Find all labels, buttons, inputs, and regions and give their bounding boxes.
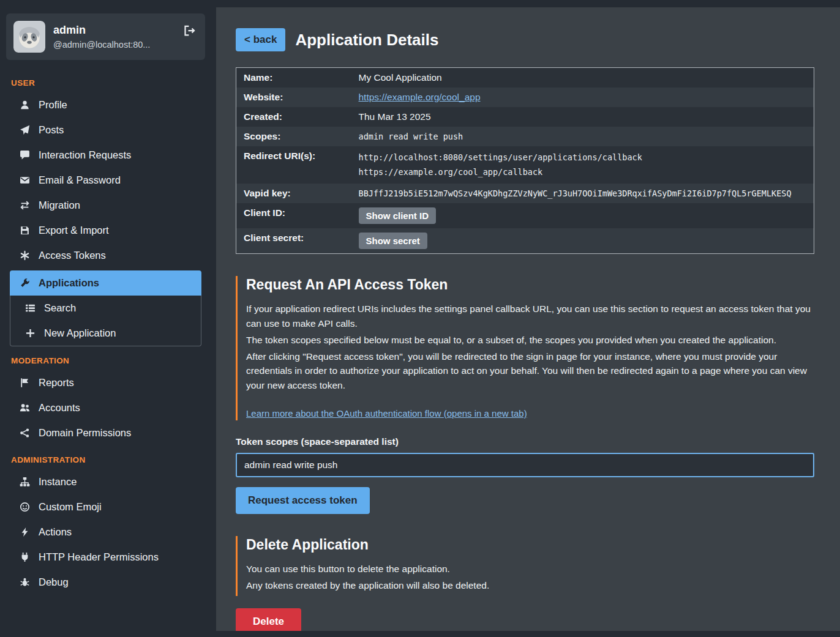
vapid-key-label: Vapid key: [236,184,354,203]
sidebar-item-email-password[interactable]: Email & Password [0,168,211,193]
plus-icon [24,328,36,338]
section-label-moderation: MODERATION [0,346,211,370]
token-scopes-label: Token scopes (space-separated list) [236,436,814,447]
request-token-paragraph: The token scopes specified below must be… [246,333,814,347]
profile-icon [18,100,31,110]
delete-application-section-head: Delete Application You can use this butt… [236,536,814,597]
delete-application-button[interactable]: Delete [236,608,301,631]
share-nodes-icon [18,428,31,438]
section-label-administration: ADMINISTRATION [0,445,211,469]
sloth-avatar-image [13,21,45,53]
page-header: < back Application Details [236,28,814,51]
sidebar-item-applications-search[interactable]: Search [10,296,201,321]
sidebar-item-label: Access Tokens [39,250,106,261]
logout-icon [183,24,195,37]
sidebar-item-access-tokens[interactable]: Access Tokens [0,243,211,268]
users-icon [18,403,31,413]
sidebar: admin @admin@localhost:80... USER Profil… [0,0,211,637]
created-value: Thu Mar 13 2025 [354,107,814,127]
sidebar-item-label: Search [44,302,76,314]
section-label-user: USER [0,69,211,92]
token-scopes-form: Token scopes (space-separated list) Requ… [236,436,814,514]
scopes-label: Scopes: [236,127,354,146]
back-button[interactable]: < back [236,28,285,51]
delete-application-paragraph: Any tokens created by the application wi… [246,578,814,592]
vapid-key-value: BBJffJ219b5iE512m7wQSzv4KgKDhgZZVzNyWC_r… [354,184,814,203]
request-access-token-button[interactable]: Request access token [236,487,370,514]
logout-button[interactable] [182,23,197,38]
envelope-icon [18,175,31,185]
table-row-scopes: Scopes: admin read write push [236,127,814,146]
redirect-uris-label: Redirect URI(s): [236,146,354,184]
sidebar-item-label: Custom Emoji [39,501,102,513]
table-row-client-id: Client ID: Show client ID [236,203,814,228]
sidebar-item-accounts[interactable]: Accounts [0,395,211,420]
sidebar-item-interaction-requests[interactable]: Interaction Requests [0,143,211,168]
website-label: Website: [236,88,354,107]
sidebar-item-new-application[interactable]: New Application [10,321,201,346]
sidebar-item-applications[interactable]: Applications [10,270,201,296]
sidebar-item-custom-emoji[interactable]: Custom Emoji [0,494,211,520]
sidebar-item-posts[interactable]: Posts [0,117,211,143]
sidebar-item-label: Export & Import [39,225,109,236]
sidebar-item-http-header-permissions[interactable]: HTTP Header Permissions [0,545,211,570]
table-row-redirect-uris: Redirect URI(s): http://localhost:8080/s… [236,146,814,184]
sidebar-item-label: Accounts [39,402,80,414]
sidebar-item-label: New Application [44,327,116,339]
bug-icon [18,577,31,587]
page-title: Application Details [295,31,438,50]
website-link[interactable]: https://example.org/cool_app [359,92,481,102]
request-token-title: Request An API Access Token [246,277,814,293]
flag-icon [18,378,31,388]
smiley-icon [18,502,31,512]
redirect-uri-value: https://example.org/cool_app/callback [359,165,809,180]
sidebar-item-label: Email & Password [39,174,121,186]
plug-icon [18,552,31,562]
paper-plane-icon [18,125,31,135]
application-details-table: Name: My Cool Application Website: https… [236,67,814,254]
request-token-section: Request An API Access Token If your appl… [236,276,814,514]
sidebar-item-reports[interactable]: Reports [0,370,211,395]
redirect-uri-value: http://localhost:8080/settings/user/appl… [359,151,809,165]
applications-submenu: Search New Application [10,296,201,346]
sidebar-item-actions[interactable]: Actions [0,520,211,545]
sidebar-item-instance[interactable]: Instance [0,469,211,494]
sidebar-item-migration[interactable]: Migration [0,193,211,218]
request-token-section-head: Request An API Access Token If your appl… [236,276,814,420]
sidebar-item-profile[interactable]: Profile [0,92,211,117]
client-secret-label: Client secret: [236,228,354,254]
table-row-vapid-key: Vapid key: BBJffJ219b5iE512m7wQSzv4KgKDh… [236,184,814,203]
sidebar-item-label: Instance [39,476,77,488]
sitemap-icon [18,477,31,487]
name-value: My Cool Application [354,68,814,88]
exchange-arrows-icon [18,200,31,210]
show-secret-button[interactable]: Show secret [359,233,427,249]
table-row-name: Name: My Cool Application [236,68,814,88]
token-scopes-input[interactable] [236,453,814,477]
client-id-label: Client ID: [236,203,354,228]
user-card: admin @admin@localhost:80... [6,13,205,60]
main-content: < back Application Details Name: My Cool… [216,7,840,631]
sidebar-item-label: Posts [39,124,64,136]
sidebar-item-label: Interaction Requests [39,149,131,161]
delete-application-title: Delete Application [246,537,814,553]
sidebar-item-domain-permissions[interactable]: Domain Permissions [0,420,211,445]
request-token-paragraph: After clicking "Request access token", y… [246,349,814,392]
sidebar-item-export-import[interactable]: Export & Import [0,218,211,243]
sidebar-item-debug[interactable]: Debug [0,570,211,595]
sidebar-item-label: Debug [39,576,69,588]
request-token-paragraph: If your application redirect URIs includ… [246,302,814,330]
asterisk-icon [18,250,31,261]
bolt-icon [18,527,31,537]
list-icon [24,303,36,313]
sidebar-item-label: Applications [39,277,99,289]
delete-application-section: Delete Application You can use this butt… [236,536,814,631]
comment-icon [18,150,31,160]
show-client-id-button[interactable]: Show client ID [359,207,437,224]
avatar [13,21,45,53]
floppy-disk-icon [18,225,31,236]
table-row-website: Website: https://example.org/cool_app [236,88,814,107]
oauth-docs-link[interactable]: Learn more about the OAuth authenticatio… [246,408,527,419]
name-label: Name: [236,68,354,88]
sidebar-item-label: Profile [39,99,67,111]
